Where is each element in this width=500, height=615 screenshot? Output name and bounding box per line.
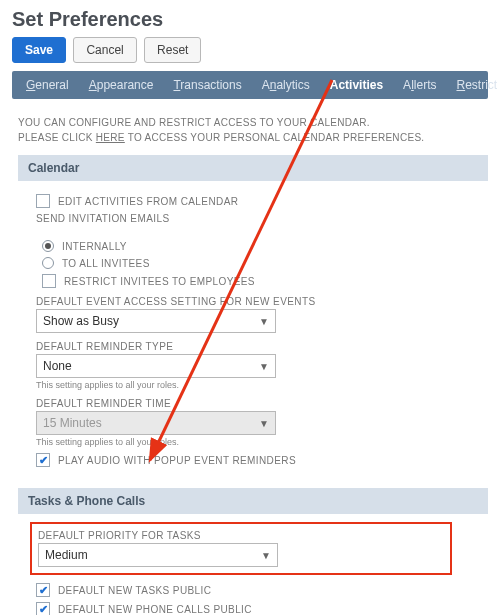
reminder-time-note: This setting applies to all your roles. bbox=[36, 437, 482, 447]
tab-analytics[interactable]: Analytics bbox=[252, 71, 320, 99]
invite-all-label: TO ALL INVITEES bbox=[62, 258, 150, 269]
chevron-down-icon: ▼ bbox=[261, 550, 271, 561]
invite-all-radio[interactable] bbox=[42, 257, 54, 269]
calendar-header: Calendar bbox=[18, 155, 488, 181]
default-reminder-time-label: DEFAULT REMINDER TIME bbox=[36, 398, 482, 409]
tab-general[interactable]: General bbox=[16, 71, 79, 99]
chevron-down-icon: ▼ bbox=[259, 361, 269, 372]
priority-highlight-box: DEFAULT PRIORITY FOR TASKS Medium ▼ bbox=[30, 522, 452, 575]
intro-line2: PLEASE CLICK HERE TO ACCESS YOUR PERSONA… bbox=[18, 130, 488, 145]
edit-activities-label: EDIT ACTIVITIES FROM CALENDAR bbox=[58, 196, 238, 207]
default-access-select[interactable]: Show as Busy ▼ bbox=[36, 309, 276, 333]
default-reminder-time-value: 15 Minutes bbox=[43, 416, 102, 430]
preferences-page: Set Preferences Save Cancel Reset Genera… bbox=[0, 0, 500, 615]
page-title: Set Preferences bbox=[12, 8, 488, 31]
reset-button[interactable]: Reset bbox=[144, 37, 201, 63]
tasks-header: Tasks & Phone Calls bbox=[18, 488, 488, 514]
tab-activities[interactable]: Activities bbox=[320, 71, 393, 99]
reminder-type-note: This setting applies to all your roles. bbox=[36, 380, 482, 390]
default-priority-select[interactable]: Medium ▼ bbox=[38, 543, 278, 567]
default-priority-label: DEFAULT PRIORITY FOR TASKS bbox=[38, 530, 444, 541]
edit-activities-checkbox[interactable] bbox=[36, 194, 50, 208]
default-reminder-type-value: None bbox=[43, 359, 72, 373]
tab-transactions[interactable]: Transactions bbox=[163, 71, 251, 99]
send-invitation-label: SEND INVITATION EMAILS bbox=[36, 213, 169, 224]
cancel-button[interactable]: Cancel bbox=[73, 37, 136, 63]
calendar-section: Calendar EDIT ACTIVITIES FROM CALENDAR S… bbox=[18, 155, 488, 476]
save-button[interactable]: Save bbox=[12, 37, 66, 63]
default-reminder-type-select[interactable]: None ▼ bbox=[36, 354, 276, 378]
chevron-down-icon: ▼ bbox=[259, 418, 269, 429]
default-access-label: DEFAULT EVENT ACCESS SETTING FOR NEW EVE… bbox=[36, 296, 482, 307]
new-tasks-public-label: DEFAULT NEW TASKS PUBLIC bbox=[58, 585, 211, 596]
default-reminder-time-select[interactable]: 15 Minutes ▼ bbox=[36, 411, 276, 435]
intro-line1: YOU CAN CONFIGURE AND RESTRICT ACCESS TO… bbox=[18, 115, 488, 130]
default-reminder-type-label: DEFAULT REMINDER TYPE bbox=[36, 341, 482, 352]
new-calls-public-label: DEFAULT NEW PHONE CALLS PUBLIC bbox=[58, 604, 252, 615]
tab-bar: General Appearance Transactions Analytic… bbox=[12, 71, 488, 99]
top-button-row: Save Cancel Reset bbox=[12, 37, 488, 63]
play-audio-checkbox[interactable] bbox=[36, 453, 50, 467]
chevron-down-icon: ▼ bbox=[259, 316, 269, 327]
here-link[interactable]: HERE bbox=[96, 132, 125, 143]
play-audio-label: PLAY AUDIO WITH POPUP EVENT REMINDERS bbox=[58, 455, 296, 466]
tab-alerts[interactable]: Allerts bbox=[393, 71, 446, 99]
tab-restrict-view[interactable]: Restrict View bbox=[446, 71, 500, 99]
tasks-section: Tasks & Phone Calls DEFAULT PRIORITY FOR… bbox=[18, 488, 488, 615]
invite-internally-radio[interactable] bbox=[42, 240, 54, 252]
new-calls-public-checkbox[interactable] bbox=[36, 602, 50, 615]
intro-text: YOU CAN CONFIGURE AND RESTRICT ACCESS TO… bbox=[18, 115, 488, 145]
tab-appearance[interactable]: Appearance bbox=[79, 71, 164, 99]
invite-internally-label: INTERNALLY bbox=[62, 241, 127, 252]
restrict-employees-checkbox[interactable] bbox=[42, 274, 56, 288]
new-tasks-public-checkbox[interactable] bbox=[36, 583, 50, 597]
default-priority-value: Medium bbox=[45, 548, 88, 562]
restrict-employees-label: RESTRICT INVITEES TO EMPLOYEES bbox=[64, 276, 255, 287]
default-access-value: Show as Busy bbox=[43, 314, 119, 328]
